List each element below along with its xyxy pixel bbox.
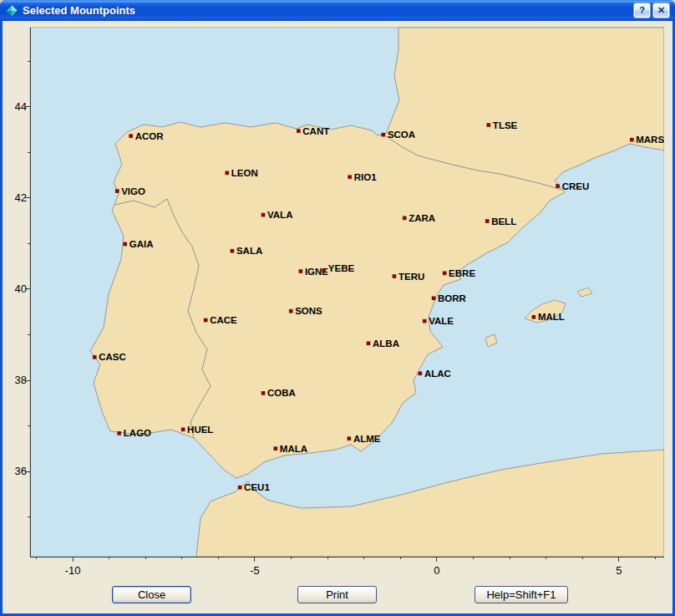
station-marker <box>485 220 489 223</box>
station-label: CASC <box>99 352 126 362</box>
station-marker <box>297 130 300 133</box>
y-tick-label: 40 <box>3 283 27 296</box>
station-marker <box>432 297 435 300</box>
dialog-content: ACORVIGOGAIACASCLAGOHUELCACESALALEONCANT… <box>3 21 672 613</box>
station-marker <box>289 309 292 313</box>
help-button[interactable]: Help=Shift+F1 <box>475 586 568 603</box>
station-marker <box>238 486 241 489</box>
station-marker <box>129 135 133 138</box>
station-marker <box>532 315 535 318</box>
station-marker <box>423 319 426 323</box>
station-marker <box>556 185 560 188</box>
window-title: Selected Mountpoints <box>23 4 135 17</box>
y-tick-label: 44 <box>3 100 27 114</box>
station-marker <box>403 216 406 220</box>
map-plot: ACORVIGOGAIACASCLAGOHUELCACESALALEONCANT… <box>22 27 664 564</box>
station-marker <box>367 342 370 345</box>
station-label: LAGO <box>124 428 151 438</box>
station-label: VIGO <box>121 186 145 196</box>
station-label: SCOA <box>388 130 415 140</box>
x-tick-label: 5 <box>601 564 637 578</box>
station-label: VALA <box>267 210 292 220</box>
station-marker <box>630 138 633 141</box>
station-label: MALL <box>538 312 565 322</box>
station-label: GAIA <box>129 239 154 249</box>
station-label: VALE <box>429 316 454 326</box>
x-tick-label: -5 <box>236 564 273 578</box>
station-label: EBRE <box>449 268 475 278</box>
app-icon <box>5 4 18 18</box>
station-label: BELL <box>491 216 516 227</box>
titlebar-close-button[interactable]: ✕ <box>652 3 670 18</box>
station-label: ALME <box>353 434 381 444</box>
station-marker <box>124 242 127 246</box>
station-label: YEBE <box>328 263 355 273</box>
dialog-window: Selected Mountpoints ? ✕ ACORVIGOGAIACAS… <box>0 0 675 616</box>
station-marker <box>393 275 396 278</box>
station-marker <box>93 355 96 359</box>
titlebar-buttons: ? ✕ <box>633 3 670 18</box>
station-marker <box>261 391 265 395</box>
station-label: SONS <box>295 306 322 316</box>
station-marker <box>382 133 385 136</box>
station-label: CEU1 <box>244 482 270 492</box>
x-tick-label: -10 <box>54 564 91 578</box>
station-label: TERU <box>398 272 424 282</box>
station-label: HUEL <box>187 425 213 435</box>
station-marker <box>348 176 352 179</box>
station-label: RIO1 <box>354 172 377 182</box>
station-marker <box>443 272 446 275</box>
station-label: LEON <box>231 168 258 178</box>
station-marker <box>274 447 277 451</box>
station-marker <box>226 171 229 175</box>
station-label: ZARA <box>409 213 435 223</box>
station-label: ALAC <box>424 369 451 379</box>
station-label: MALA <box>280 444 307 454</box>
station-marker <box>322 269 326 272</box>
station-label: CREU <box>562 181 590 191</box>
station-marker <box>181 428 185 431</box>
titlebar: Selected Mountpoints ? ✕ <box>0 0 675 21</box>
close-button[interactable]: Close <box>112 586 191 603</box>
station-label: SALA <box>236 246 262 256</box>
y-tick-label: 38 <box>3 374 27 387</box>
station-label: BORR <box>438 293 467 303</box>
station-marker <box>348 437 351 440</box>
print-button[interactable]: Print <box>297 586 377 603</box>
station-marker <box>204 318 207 322</box>
y-tick-label: 36 <box>3 465 27 478</box>
station-marker <box>118 431 121 435</box>
x-tick-label: 0 <box>419 564 455 578</box>
station-label: CANT <box>302 126 329 136</box>
station-label: TLSE <box>493 120 518 130</box>
station-label: CACE <box>210 315 237 325</box>
station-marker <box>419 372 422 375</box>
titlebar-help-button[interactable]: ? <box>633 3 651 18</box>
y-tick-label: 42 <box>3 191 27 205</box>
station-marker <box>487 124 490 127</box>
station-label: ALBA <box>373 339 399 349</box>
station-label: COBA <box>267 388 296 398</box>
station-marker <box>231 249 234 252</box>
station-label: MARS <box>636 135 664 145</box>
station-marker <box>115 190 119 193</box>
station-label: ACOR <box>135 131 165 141</box>
station-marker <box>299 270 302 273</box>
station-marker <box>261 213 265 216</box>
